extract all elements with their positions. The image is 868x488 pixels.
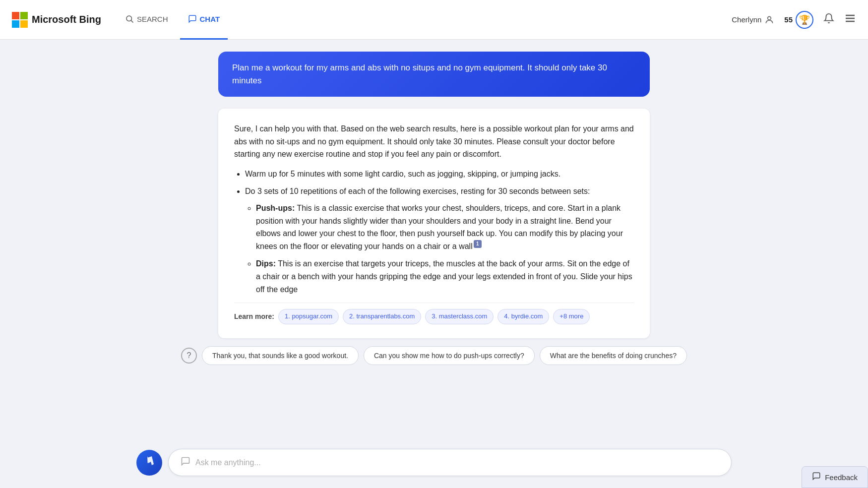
menu-button[interactable] bbox=[844, 12, 856, 27]
reward-badge[interactable]: 55 🏆 bbox=[784, 11, 813, 29]
bot-response-wrap: Sure, I can help you with that. Based on… bbox=[0, 109, 868, 338]
search-label: SEARCH bbox=[137, 15, 168, 23]
suggestions: ? Thank you, that sounds like a good wor… bbox=[181, 346, 687, 365]
bing-avatar-button[interactable] bbox=[136, 450, 162, 476]
source-4[interactable]: 4. byrdie.com bbox=[497, 309, 549, 324]
exercise-list: Push-ups: This is a classic exercise tha… bbox=[245, 202, 634, 296]
warmup-item: Warm up for 5 minutes with some light ca… bbox=[245, 168, 634, 181]
microsoft-logo bbox=[12, 12, 28, 28]
nav-chat[interactable]: CHAT bbox=[180, 0, 228, 40]
input-area bbox=[0, 441, 868, 488]
search-icon bbox=[125, 14, 134, 23]
nav-items: SEARCH CHAT bbox=[117, 0, 228, 40]
learn-more: Learn more: 1. popsugar.com 2. transpare… bbox=[234, 303, 634, 324]
pushups-name: Push-ups: bbox=[256, 204, 295, 212]
user-name: Cherlynn bbox=[732, 15, 761, 24]
pushups-item: Push-ups: This is a classic exercise tha… bbox=[256, 202, 634, 252]
nav-search[interactable]: SEARCH bbox=[117, 0, 176, 40]
suggestion-btn-3[interactable]: What are the benefits of doing crunches? bbox=[540, 346, 687, 365]
main-content: Plan me a workout for my arms and abs wi… bbox=[0, 40, 868, 488]
logo-area[interactable]: Microsoft Bing bbox=[12, 12, 101, 28]
feedback-button[interactable]: Feedback bbox=[802, 466, 868, 488]
bot-intro: Sure, I can help you with that. Based on… bbox=[234, 122, 634, 161]
user-icon bbox=[764, 15, 774, 25]
input-inner bbox=[136, 449, 732, 476]
bot-response: Sure, I can help you with that. Based on… bbox=[218, 109, 650, 338]
user-info[interactable]: Cherlynn bbox=[732, 15, 774, 25]
source-3[interactable]: 3. masterclass.com bbox=[425, 309, 494, 324]
chat-input[interactable] bbox=[195, 458, 719, 467]
chat-icon bbox=[188, 14, 197, 23]
feedback-icon bbox=[812, 472, 821, 483]
main-list: Warm up for 5 minutes with some light ca… bbox=[234, 168, 634, 296]
svg-line-5 bbox=[131, 20, 133, 22]
chat-input-icon bbox=[181, 456, 190, 469]
chat-label: CHAT bbox=[200, 15, 220, 23]
bing-logo-text: Microsoft Bing bbox=[32, 14, 101, 25]
notification-bell[interactable] bbox=[823, 13, 834, 26]
svg-rect-3 bbox=[20, 20, 28, 28]
svg-point-6 bbox=[768, 16, 771, 20]
svg-rect-1 bbox=[20, 12, 28, 19]
bing-avatar-icon bbox=[142, 454, 156, 471]
citation-1: 1 bbox=[474, 240, 482, 248]
chat-area: Plan me a workout for my arms and abs wi… bbox=[0, 40, 868, 441]
source-1[interactable]: 1. popsugar.com bbox=[278, 309, 339, 324]
feedback-label: Feedback bbox=[825, 473, 858, 482]
reward-score: 55 bbox=[784, 15, 793, 24]
svg-rect-2 bbox=[12, 20, 19, 28]
dips-desc: This is an exercise that targets your tr… bbox=[256, 259, 632, 293]
pushups-desc: This is a classic exercise that works yo… bbox=[256, 204, 623, 250]
user-message: Plan me a workout for my arms and abs wi… bbox=[218, 52, 650, 97]
sets-item: Do 3 sets of 10 repetitions of each of t… bbox=[245, 185, 634, 296]
svg-point-4 bbox=[126, 16, 132, 21]
reward-circle: 🏆 bbox=[796, 11, 813, 29]
suggestion-help-icon: ? bbox=[181, 348, 197, 364]
suggestion-btn-1[interactable]: Thank you, that sounds like a good worko… bbox=[202, 346, 359, 365]
suggestions-wrap: ? Thank you, that sounds like a good wor… bbox=[0, 346, 868, 365]
user-message-wrap: Plan me a workout for my arms and abs wi… bbox=[0, 52, 868, 97]
input-box[interactable] bbox=[168, 449, 732, 476]
suggestion-btn-2[interactable]: Can you show me how to do push-ups corre… bbox=[364, 346, 535, 365]
svg-rect-0 bbox=[12, 12, 19, 19]
dips-item: Dips: This is an exercise that targets y… bbox=[256, 257, 634, 296]
dips-name: Dips: bbox=[256, 259, 276, 268]
learn-more-label: Learn more: bbox=[234, 311, 274, 322]
header: Microsoft Bing SEARCH CHAT Cherlynn 55 🏆 bbox=[0, 0, 868, 40]
header-right: Cherlynn 55 🏆 bbox=[732, 11, 856, 29]
more-sources[interactable]: +8 more bbox=[553, 309, 590, 324]
sets-text: Do 3 sets of 10 repetitions of each of t… bbox=[245, 187, 590, 195]
source-2[interactable]: 2. transparentlabs.com bbox=[343, 309, 421, 324]
